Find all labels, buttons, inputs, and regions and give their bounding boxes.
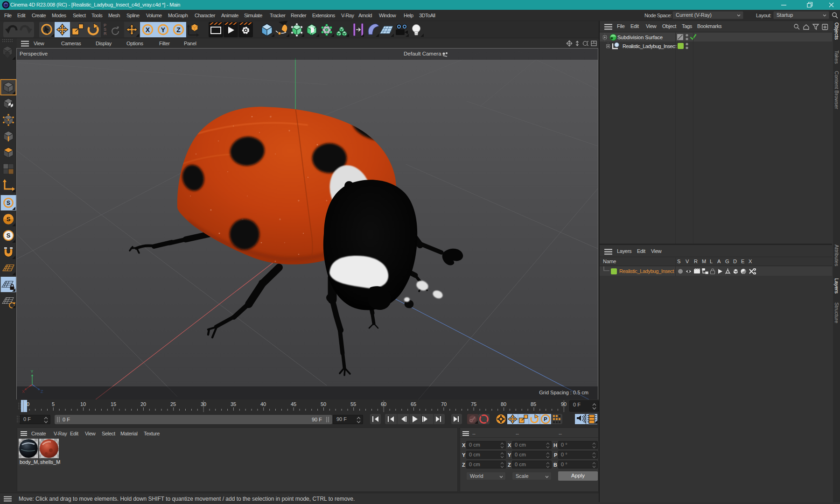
svg-text:body_M,: body_M,	[20, 459, 39, 465]
svg-text:R: R	[104, 31, 107, 36]
svg-text:shells_M: shells_M	[40, 459, 60, 465]
svg-text:90 F: 90 F	[312, 417, 322, 422]
svg-text:Y: Y	[31, 369, 34, 374]
svg-text:Y: Y	[161, 26, 166, 34]
svg-text:P: P	[544, 416, 547, 422]
svg-text:S: S	[7, 216, 11, 223]
svg-text:Z: Z	[176, 26, 181, 34]
svg-text:0 F: 0 F	[63, 417, 70, 422]
svg-text:S: S	[7, 232, 11, 239]
svg-text:X: X	[146, 26, 150, 34]
